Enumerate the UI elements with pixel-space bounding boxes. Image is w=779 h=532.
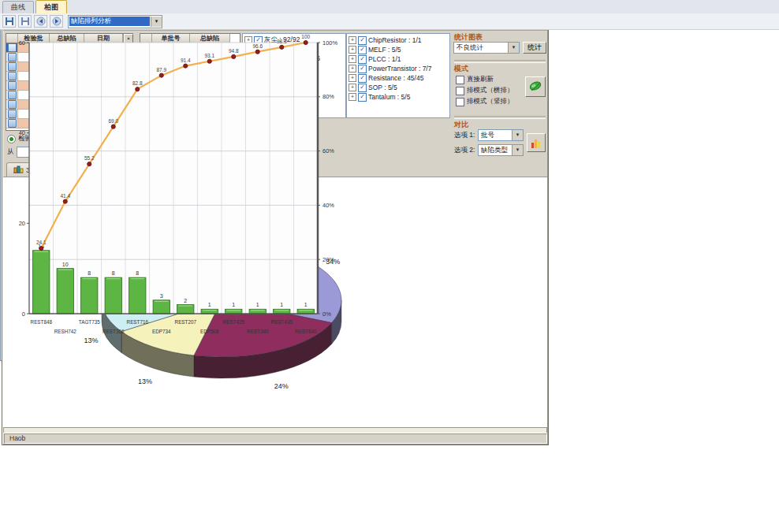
- tree-item-label: PLCC : 1/1: [368, 55, 401, 63]
- svg-text:82.8: 82.8: [132, 80, 143, 86]
- mode-v-checkbox-row: 排模式（竖排）: [456, 97, 514, 106]
- svg-text:1: 1: [256, 302, 259, 307]
- refresh-checkbox-label: 直接刷新: [467, 75, 494, 84]
- svg-text:60: 60: [19, 39, 25, 47]
- svg-text:91.4: 91.4: [181, 58, 191, 63]
- chevron-down-icon[interactable]: ▼: [512, 145, 523, 155]
- svg-text:8: 8: [112, 270, 115, 276]
- svg-text:55.2: 55.2: [84, 155, 95, 161]
- svg-text:0: 0: [22, 311, 25, 318]
- tree-item[interactable]: +✓Resistance : 45/45: [348, 73, 449, 83]
- tree-item[interactable]: +✓Tantalum : 5/5: [348, 92, 449, 102]
- option1-combobox[interactable]: 批号 ▼: [478, 129, 524, 141]
- tree-item-label: ChipResistor : 1/1: [368, 36, 422, 44]
- chevron-down-icon[interactable]: ▼: [508, 43, 519, 53]
- run-stat-label: 统计: [527, 43, 542, 53]
- desktop: { "window": { "title": "SPC Beta", "stat…: [0, 0, 779, 532]
- tree-item[interactable]: +✓MELF : 5/5: [348, 45, 449, 54]
- svg-text:REST340: REST340: [247, 329, 269, 334]
- refresh-leaf-button[interactable]: [525, 76, 546, 97]
- compare-group-label: 对比: [454, 120, 468, 130]
- option2-label: 选项 2:: [454, 146, 475, 155]
- svg-text:REST366: REST366: [102, 329, 125, 334]
- svg-text:REST848: REST848: [31, 319, 53, 325]
- svg-text:20: 20: [19, 220, 25, 227]
- svg-text:93.1: 93.1: [204, 53, 214, 58]
- pareto-tabbar: 曲线柏图: [0, 0, 779, 14]
- option1-value: 批号: [479, 131, 512, 140]
- pareto-tab-柏图[interactable]: 柏图: [35, 0, 67, 13]
- stat-type-combobox[interactable]: 不良统计 ▼: [453, 42, 520, 54]
- forward-arrow-icon: [52, 17, 62, 26]
- svg-text:96.6: 96.6: [252, 43, 263, 49]
- svg-text:EDP734: EDP734: [152, 329, 171, 334]
- mode-h-checkbox-row: 排模式（横排）: [456, 86, 514, 95]
- svg-text:100: 100: [301, 34, 310, 39]
- mode-h-checkbox-label: 排模式（横排）: [467, 86, 514, 95]
- chevron-down-icon[interactable]: ▼: [512, 130, 523, 140]
- svg-text:1: 1: [232, 302, 235, 307]
- export-button[interactable]: [18, 15, 32, 28]
- svg-text:60%: 60%: [322, 147, 334, 154]
- svg-text:8: 8: [136, 270, 139, 276]
- svg-text:40%: 40%: [322, 202, 334, 209]
- svg-text:EDP508: EDP508: [200, 329, 219, 334]
- svg-text:REST435: REST435: [271, 319, 293, 325]
- prev-button[interactable]: [34, 15, 47, 28]
- option1-label: 选项 1:: [454, 131, 475, 140]
- save-disk-icon: [5, 17, 14, 26]
- svg-text:69.0: 69.0: [108, 118, 118, 124]
- tree-item-label: Resistance : 45/45: [368, 74, 423, 82]
- checked-checkbox-icon[interactable]: ✓: [358, 74, 367, 83]
- svg-text:80%: 80%: [322, 93, 334, 100]
- divider: [454, 116, 546, 119]
- svg-text:2: 2: [184, 298, 187, 303]
- checked-checkbox-icon[interactable]: ✓: [358, 55, 367, 64]
- svg-text:1: 1: [280, 302, 283, 307]
- tree-item-label: PowerTransistor : 7/7: [368, 65, 431, 73]
- svg-text:TAGT735: TAGT735: [79, 319, 100, 325]
- tree-item-label: SOP : 5/5: [368, 84, 397, 91]
- tree-item[interactable]: +✓SOP : 5/5: [348, 83, 449, 92]
- pareto-tab-曲线[interactable]: 曲线: [2, 1, 34, 13]
- svg-text:13%: 13%: [138, 378, 152, 385]
- checked-checkbox-icon[interactable]: ✓: [358, 46, 367, 54]
- compare-chart-button[interactable]: [527, 133, 546, 152]
- svg-text:24.1: 24.1: [36, 240, 47, 245]
- checked-checkbox-icon[interactable]: ✓: [358, 93, 367, 102]
- tree-item[interactable]: +✓ChipResistor : 1/1: [348, 35, 449, 45]
- option2-combobox[interactable]: 缺陷类型 ▼: [478, 144, 524, 156]
- run-stat-button[interactable]: 统计: [523, 42, 546, 54]
- svg-text:1: 1: [208, 302, 211, 307]
- stat-side-panel: 统计图表 不良统计 ▼ 统计 模式 直接刷新 排模式（横排） 排模式（竖排）: [451, 31, 549, 161]
- svg-text:REST716: REST716: [127, 319, 149, 325]
- svg-text:1: 1: [304, 302, 308, 307]
- svg-text:41.4: 41.4: [60, 193, 70, 199]
- option2-value: 缺陷类型: [479, 146, 512, 155]
- analysis-combobox[interactable]: 缺陷排列分析 ▼: [68, 15, 162, 28]
- refresh-checkbox[interactable]: [456, 76, 464, 84]
- svg-text:RESH742: RESH742: [54, 329, 76, 334]
- tree-item[interactable]: +✓PowerTransistor : 7/7: [348, 64, 449, 73]
- svg-text:REST425: REST425: [223, 319, 245, 325]
- next-button[interactable]: [50, 15, 63, 28]
- svg-text:87.9: 87.9: [156, 67, 166, 73]
- checked-checkbox-icon[interactable]: ✓: [358, 84, 367, 92]
- mode-h-checkbox[interactable]: [456, 87, 464, 95]
- divider: [454, 60, 546, 63]
- chevron-down-icon[interactable]: ▼: [151, 17, 162, 27]
- svg-text:3: 3: [160, 293, 163, 299]
- svg-text:0%: 0%: [322, 311, 331, 318]
- checked-checkbox-icon[interactable]: ✓: [358, 36, 367, 45]
- option1-row: 选项 1:: [454, 131, 475, 140]
- status-text: Haob: [4, 433, 547, 444]
- mode-v-checkbox-label: 排模式（竖排）: [467, 97, 514, 106]
- svg-text:8: 8: [88, 270, 91, 276]
- tree-item[interactable]: +✓PLCC : 1/1: [348, 54, 449, 64]
- checked-checkbox-icon[interactable]: ✓: [358, 65, 367, 73]
- mode-v-checkbox[interactable]: [456, 98, 464, 106]
- pareto-chart: 1410888321111124.141.455.269.082.887.991…: [2, 32, 354, 356]
- pareto-toolbar: 缺陷排列分析 ▼: [0, 13, 779, 30]
- analysis-combobox-value: 缺陷排列分析: [69, 17, 150, 26]
- save-button[interactable]: [2, 15, 16, 28]
